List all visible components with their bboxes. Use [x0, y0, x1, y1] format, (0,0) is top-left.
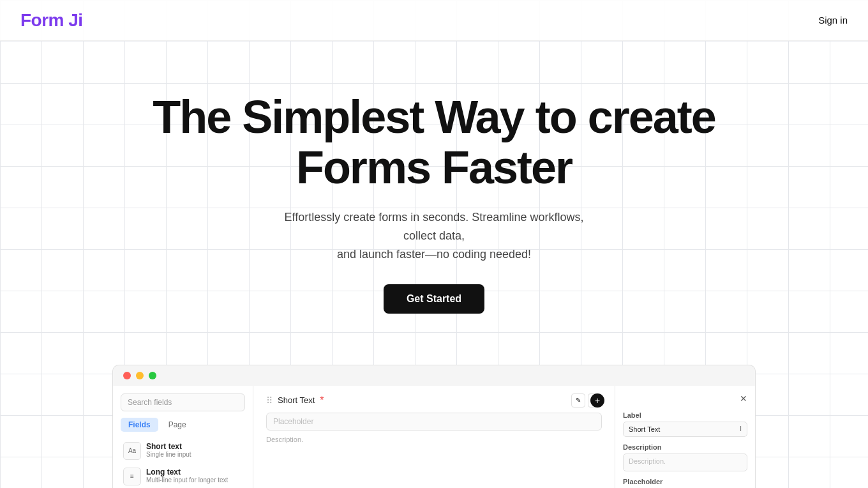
panel-tabs: Fields Page: [121, 418, 245, 432]
field-label: Short Text: [278, 395, 315, 405]
window-chrome: [112, 365, 756, 386]
hero-subtitle-line2: and launch faster—no coding needed!: [337, 248, 531, 261]
field-placeholder-input[interactable]: Placeholder: [266, 413, 602, 431]
tab-fields[interactable]: Fields: [121, 418, 158, 432]
label-value: Short Text: [629, 425, 660, 433]
signin-button[interactable]: Sign in: [818, 15, 848, 26]
field-name-long-text: Long text: [146, 468, 228, 477]
right-panel: ✕ Label Short Text I Description Descrip…: [615, 386, 755, 488]
search-fields-input[interactable]: Search fields: [121, 393, 245, 411]
field-item-long-text[interactable]: ≡ Long text Multi-line input for longer …: [121, 464, 245, 488]
navbar: Form Ji Sign in: [0, 0, 868, 41]
hero-title: The Simplest Way to create Forms Faster: [153, 92, 715, 193]
label-input[interactable]: Short Text I: [623, 422, 747, 437]
hero-title-line1: The Simplest Way to create: [153, 91, 715, 142]
description-input[interactable]: Description.: [623, 454, 747, 471]
close-panel-button[interactable]: ✕: [740, 393, 747, 404]
logo[interactable]: Form Ji: [20, 10, 83, 31]
get-started-button[interactable]: Get Started: [384, 284, 484, 314]
app-preview-section: Search fields Fields Page Aa Short text …: [102, 365, 766, 488]
field-item-short-text[interactable]: Aa Short text Single line input: [121, 438, 245, 464]
form-field-header: ⠿ Short Text * ✎ 👁: [266, 393, 602, 408]
description-section-title: Description: [623, 443, 747, 451]
window-dot-red: [123, 372, 131, 379]
field-required-indicator: *: [320, 395, 324, 406]
drag-handle-icon[interactable]: ⠿: [266, 395, 273, 406]
right-panel-header: ✕: [623, 393, 747, 404]
placeholder-section-title: Placeholder: [623, 478, 747, 485]
add-field-button[interactable]: +: [590, 393, 604, 408]
center-panel: ⠿ Short Text * ✎ 👁 Placeholder Descripti…: [253, 386, 615, 488]
field-desc-long-text: Multi-line input for longer text: [146, 477, 228, 484]
short-text-icon: Aa: [123, 442, 141, 460]
window-dot-green: [149, 372, 156, 379]
left-panel: Search fields Fields Page Aa Short text …: [113, 386, 253, 488]
cursor-icon: I: [740, 425, 742, 432]
label-section-title: Label: [623, 411, 747, 419]
app-window: Search fields Fields Page Aa Short text …: [112, 386, 756, 488]
search-placeholder: Search fields: [128, 398, 172, 407]
long-text-icon: ≡: [123, 468, 141, 485]
hero-title-line2: Forms Faster: [296, 142, 572, 193]
field-desc-short-text: Single line input: [146, 451, 191, 458]
window-dot-yellow: [136, 372, 144, 379]
hero-subtitle: Effortlessly create forms in seconds. St…: [268, 208, 600, 263]
tab-page[interactable]: Page: [161, 418, 194, 432]
field-description-text: Description.: [266, 436, 602, 443]
field-name-short-text: Short text: [146, 442, 191, 451]
edit-field-button[interactable]: ✎: [571, 393, 585, 408]
hero-subtitle-line1: Effortlessly create forms in seconds. St…: [285, 211, 584, 242]
hero-section: The Simplest Way to create Forms Faster …: [0, 41, 868, 339]
